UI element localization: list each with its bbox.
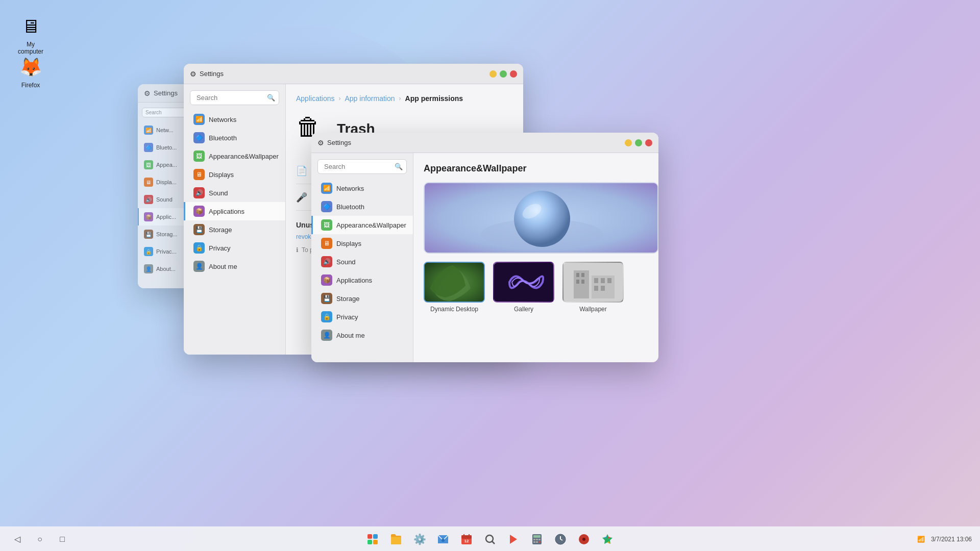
recent-button[interactable]: □ [53, 530, 71, 548]
minimize-button-main[interactable]: – [489, 70, 497, 78]
aboutme-icon-bg: 👤 [144, 264, 153, 273]
appearance-sidebar-item-applications[interactable]: 📦 Applications [311, 271, 413, 289]
main-sidebar-label-storage: Storage [209, 226, 232, 234]
appearance-sidebar-label-sound: Sound [336, 258, 356, 266]
main-sidebar-item-displays[interactable]: 🖥 Displays [184, 165, 285, 184]
displays-icon-bg: 🖥 [144, 178, 153, 187]
clock-icon [554, 533, 567, 545]
maximize-button-main[interactable]: □ [500, 70, 507, 78]
taskbar-app-music[interactable] [574, 529, 594, 549]
main-sidebar-label-sound: Sound [209, 189, 228, 197]
wallpaper-option-dynamic[interactable]: Dynamic Desktop [424, 262, 485, 313]
info-icon: ℹ [296, 246, 299, 254]
displays-icon-app: 🖥 [321, 238, 332, 249]
wallpaper-option-gallery[interactable]: Gallery [493, 262, 554, 313]
main-sidebar-item-aboutme[interactable]: 👤 About me [184, 257, 285, 276]
taskbar-app-files[interactable] [386, 529, 406, 549]
wallpaper-preview-main[interactable] [424, 182, 658, 254]
taskbar-left: ◁ ○ □ [8, 530, 71, 548]
appearance-sidebar-item-aboutme[interactable]: 👤 About me [311, 326, 413, 344]
wallpaper-options: Dynamic Desktop Gallery [424, 262, 648, 313]
main-sidebar-item-applications[interactable]: 📦 Applications [184, 202, 285, 220]
microphone-icon: 🎤 [296, 192, 307, 203]
applications-icon-app: 📦 [321, 274, 332, 286]
breadcrumb-appinfo[interactable]: App information [345, 94, 395, 103]
svg-rect-22 [391, 537, 401, 544]
main-sidebar-item-privacy[interactable]: 🔒 Privacy [184, 239, 285, 257]
window-main-titlebar: ⚙ Settings – □ × [184, 64, 523, 84]
calendar-icon: 12 [460, 533, 473, 545]
aboutme-icon-app: 👤 [321, 330, 332, 341]
appearance-sidebar-item-storage[interactable]: 💾 Storage [311, 289, 413, 308]
appearance-search-input[interactable] [317, 159, 407, 174]
maximize-button-appearance[interactable]: □ [635, 139, 642, 146]
displays-icon-main: 🖥 [193, 169, 205, 180]
appearance-sidebar-item-displays[interactable]: 🖥 Displays [311, 234, 413, 253]
bg-sidebar-label-privacy: Privac... [156, 248, 177, 255]
filemanager-icon [437, 533, 449, 545]
appearance-sidebar-items: 📶 Networks 🔷 Bluetooth 🖼 Appearance&Wall… [311, 179, 413, 344]
svg-rect-12 [581, 280, 584, 284]
breadcrumb: Applications › App information › App per… [296, 94, 513, 103]
main-sidebar-item-sound[interactable]: 🔊 Sound [184, 184, 285, 202]
taskbar-app-grid[interactable] [362, 529, 383, 549]
svg-point-23 [442, 539, 445, 542]
main-sidebar-item-networks[interactable]: 📶 Networks [184, 110, 285, 129]
back-button[interactable]: ◁ [8, 530, 27, 548]
svg-rect-38 [536, 541, 538, 543]
privacy-icon-app: 🔒 [321, 311, 332, 322]
gear-icon-bg: ⚙ [144, 89, 151, 97]
close-button-appearance[interactable]: × [645, 139, 652, 146]
taskbar-app-calculator[interactable] [527, 529, 547, 549]
main-sidebar-label-applications: Applications [209, 208, 244, 215]
taskbar-app-photos[interactable] [597, 529, 618, 549]
home-button[interactable]: ○ [31, 530, 49, 548]
applications-icon-main: 📦 [193, 206, 205, 217]
bg-sidebar-label-displays: Displa... [156, 179, 177, 185]
gallery-label: Gallery [514, 306, 533, 313]
main-sidebar-item-bluetooth[interactable]: 🔷 Bluetooth [184, 129, 285, 147]
appearance-sidebar-item-appearance[interactable]: 🖼 Appearance&Wallpaper [311, 216, 413, 234]
documents-icon: 📄 [296, 165, 307, 177]
taskbar-app-filemanager[interactable] [433, 529, 453, 549]
mycomputer-icon: 🖥 [18, 14, 43, 39]
bg-sidebar-label-storage: Storag... [156, 231, 178, 237]
main-sidebar-label-aboutme: About me [209, 263, 237, 270]
search-app-icon [484, 533, 496, 545]
desktop-icon-firefox[interactable]: 🦊 Firefox [10, 51, 51, 93]
appearance-sidebar: 🔍 📶 Networks 🔷 Bluetooth 🖼 Appearance&Wa… [311, 153, 413, 362]
svg-rect-33 [533, 535, 541, 538]
music-icon [578, 533, 590, 545]
appearance-sidebar-item-sound[interactable]: 🔊 Sound [311, 253, 413, 271]
appearance-sidebar-item-privacy[interactable]: 🔒 Privacy [311, 308, 413, 326]
svg-rect-35 [536, 539, 538, 540]
svg-rect-19 [373, 534, 378, 539]
taskbar-app-calendar[interactable]: 12 [456, 529, 477, 549]
main-search-input[interactable] [190, 90, 279, 105]
window-appearance: ⚙ Settings – □ × 🔍 📶 Networks 🔷 Bluetoot… [311, 133, 658, 362]
close-button-main[interactable]: × [510, 70, 517, 78]
appearance-sidebar-item-networks[interactable]: 📶 Networks [311, 179, 413, 197]
dynamic-svg [425, 263, 485, 303]
taskbar-app-clock[interactable] [550, 529, 571, 549]
main-sidebar-item-appearance[interactable]: 🖼 Appearance&Wallpaper [184, 147, 285, 165]
wallpaper-thumb-wallpaper [562, 262, 624, 303]
appearance-layout: 🔍 📶 Networks 🔷 Bluetooth 🖼 Appearance&Wa… [311, 153, 658, 362]
main-sidebar-item-storage[interactable]: 💾 Storage [184, 220, 285, 239]
taskbar-app-search[interactable] [480, 529, 500, 549]
appearance-sidebar-label-displays: Displays [336, 240, 361, 247]
gear-icon-appearance: ⚙ [317, 139, 324, 147]
taskbar-app-settings[interactable]: ⚙️ [409, 529, 430, 549]
svg-rect-34 [533, 539, 535, 540]
window-bg-title: ⚙ Settings [144, 89, 178, 97]
appearance-sidebar-item-bluetooth[interactable]: 🔷 Bluetooth [311, 197, 413, 216]
svg-point-29 [486, 535, 493, 542]
minimize-button-appearance[interactable]: – [625, 139, 632, 146]
sound-icon-app: 🔊 [321, 256, 332, 267]
appearance-sidebar-label-appearance: Appearance&Wallpaper [336, 221, 406, 229]
breadcrumb-applications[interactable]: Applications [296, 94, 335, 103]
svg-rect-39 [538, 541, 541, 543]
wallpaper-option-wallpaper[interactable]: Wallpaper [562, 262, 624, 313]
privacy-icon-bg: 🔒 [144, 247, 153, 256]
taskbar-app-media[interactable] [503, 529, 524, 549]
